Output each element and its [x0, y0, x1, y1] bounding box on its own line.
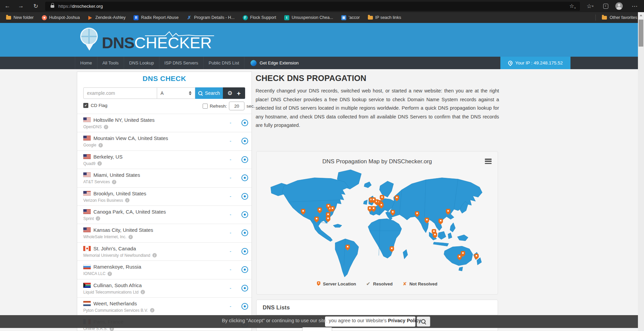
bookmark-item[interactable]: FFlock Support: [239, 14, 280, 22]
bookmark-item[interactable]: tUnsuspension Chea...: [280, 14, 337, 22]
info-icon[interactable]: i: [98, 143, 103, 147]
map-marker[interactable]: [314, 217, 319, 223]
map-marker[interactable]: [330, 206, 334, 212]
map-marker[interactable]: [425, 218, 429, 224]
privacy-policy-link[interactable]: Privacy Policy: [388, 318, 421, 323]
bookmark-item[interactable]: IP seach links: [364, 14, 405, 21]
info-icon[interactable]: i: [96, 216, 100, 221]
recheck-target-icon[interactable]: [241, 211, 248, 218]
bookmarks-bar: New folderHubspot-JoshuaZendesk-AshleyRR…: [0, 12, 644, 23]
address-bar[interactable]: https://dnschecker.org ☆+: [45, 2, 580, 11]
recheck-target-icon[interactable]: [241, 193, 248, 200]
recheck-target-icon[interactable]: [241, 285, 248, 292]
flock-icon: F: [243, 15, 248, 20]
map-marker[interactable]: [345, 245, 350, 251]
map-marker[interactable]: [390, 246, 394, 252]
server-row: St. John's, Canada Memorial University o…: [77, 242, 252, 260]
info-icon[interactable]: i: [141, 290, 145, 294]
nav-item-home[interactable]: Home: [75, 57, 97, 69]
map-marker[interactable]: [433, 232, 437, 239]
forward-button[interactable]: →: [16, 1, 26, 11]
gear-icon[interactable]: ⚙: [227, 90, 232, 96]
map-menu-icon[interactable]: [485, 159, 492, 164]
profile-avatar[interactable]: [614, 1, 624, 11]
page-content: DNS CHECK A Search ⚙ + CD Flag: [0, 69, 638, 331]
edge-extension-label: Get Edge Extension: [260, 60, 299, 65]
info-icon[interactable]: i: [97, 161, 102, 166]
server-location: Ramenskoye, Russia: [93, 264, 141, 270]
map-marker[interactable]: [379, 203, 383, 209]
recheck-target-icon[interactable]: [241, 266, 248, 273]
recheck-target-icon[interactable]: [241, 119, 248, 126]
map-marker[interactable]: [301, 209, 305, 215]
cd-flag-checkbox[interactable]: [83, 103, 88, 108]
map-marker[interactable]: [457, 254, 462, 260]
info-icon[interactable]: i: [104, 125, 108, 129]
page-scrollbar[interactable]: [638, 12, 644, 331]
info-icon[interactable]: i: [108, 272, 112, 276]
bookmark-item[interactable]: ✗Program Details - H...: [183, 14, 239, 22]
site-logo[interactable]: DNSCHECKER: [80, 27, 212, 53]
map-marker[interactable]: [326, 216, 330, 222]
recheck-target-icon[interactable]: [241, 229, 248, 236]
server-list: Holtsville NY, United States OpenDNS i -…: [77, 114, 252, 331]
plus-icon[interactable]: +: [237, 90, 241, 96]
collections-icon[interactable]: +: [601, 1, 610, 11]
domain-input[interactable]: [83, 87, 157, 99]
nav-item-all-tools[interactable]: All Tools: [97, 57, 124, 69]
map-marker[interactable]: [390, 210, 395, 216]
get-edge-extension-link[interactable]: Get Edge Extension: [244, 57, 305, 69]
recheck-target-icon[interactable]: [241, 156, 248, 163]
refresh-checkbox[interactable]: [203, 104, 208, 109]
map-marker[interactable]: [318, 208, 322, 214]
add-favorite-star-icon[interactable]: ☆+: [569, 3, 576, 10]
map-marker[interactable]: [438, 219, 443, 225]
country-flag-icon: [83, 136, 91, 141]
info-icon[interactable]: i: [150, 308, 154, 312]
info-icon[interactable]: i: [112, 180, 116, 184]
favorites-bar-icon[interactable]: ☆≡: [585, 1, 595, 11]
bookmark-item[interactable]: ≣'accor: [337, 14, 364, 22]
refresh-label: Refresh:: [210, 104, 227, 109]
bookmark-item[interactable]: RRadix Report Abuse: [129, 14, 182, 22]
recheck-target-icon[interactable]: [241, 138, 248, 144]
server-row: Mountain View CA, United States Google i…: [77, 132, 252, 150]
legend-item: ✘Not Resolved: [403, 281, 437, 287]
info-icon[interactable]: i: [128, 235, 133, 239]
nav-item-isp-dns-servers[interactable]: ISP DNS Servers: [159, 57, 204, 69]
server-result: -: [230, 120, 231, 126]
bookmark-item[interactable]: New folder: [2, 14, 38, 21]
map-marker[interactable]: [372, 206, 376, 212]
recheck-target-icon[interactable]: [241, 303, 248, 310]
info-icon[interactable]: i: [125, 198, 129, 202]
accept-cookies-button[interactable]: Accept: [302, 327, 332, 331]
map-marker[interactable]: [474, 254, 479, 260]
recheck-target-icon[interactable]: [241, 248, 248, 255]
country-flag-icon: [83, 209, 91, 214]
scrollbar-up-arrow[interactable]: [638, 12, 644, 18]
search-button[interactable]: Search: [195, 87, 223, 99]
scrollbar-thumb[interactable]: [639, 20, 643, 47]
server-row: Canoga Park, CA, United States Sprint i …: [77, 205, 252, 224]
nav-item-dns-lookup[interactable]: DNS Lookup: [124, 57, 159, 69]
legend-label: Resolved: [373, 281, 393, 286]
refresh-seconds-input[interactable]: [229, 102, 244, 110]
refresh-button[interactable]: ↻: [31, 1, 40, 11]
map-marker[interactable]: [446, 209, 450, 215]
divider: [595, 15, 596, 21]
your-ip-badge[interactable]: Your IP : 49.248.175.52: [500, 57, 570, 69]
bookmark-item[interactable]: Zendesk-Ashley: [84, 14, 130, 22]
nav-item-public-dns-list[interactable]: Public DNS List: [204, 57, 244, 69]
bookmark-item[interactable]: Hubspot-Joshua: [38, 14, 84, 22]
info-icon[interactable]: i: [152, 253, 157, 257]
browser-top-bar: ← → ↻ https://dnschecker.org ☆+ ☆≡ + ⋯: [0, 0, 644, 12]
back-button[interactable]: ←: [3, 1, 12, 11]
other-favorites[interactable]: Other favorites: [595, 12, 637, 23]
map-marker[interactable]: [415, 211, 419, 217]
record-type-select[interactable]: A: [157, 87, 195, 99]
recheck-target-icon[interactable]: [241, 174, 248, 181]
more-menu-icon[interactable]: ⋯: [630, 1, 639, 11]
legend-label: Not Resolved: [409, 281, 437, 286]
folder-icon: [368, 16, 373, 20]
map-marker[interactable]: [395, 195, 399, 201]
